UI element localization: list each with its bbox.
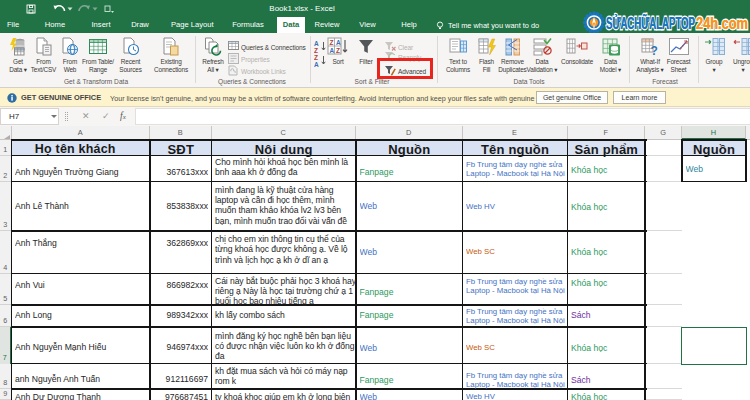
svg-text:24h.com: 24h.com xyxy=(696,14,748,33)
svg-text:Z: Z xyxy=(329,39,333,46)
svg-text:SỬACHỮALAPTOP: SỬACHỮALAPTOP xyxy=(606,13,695,33)
